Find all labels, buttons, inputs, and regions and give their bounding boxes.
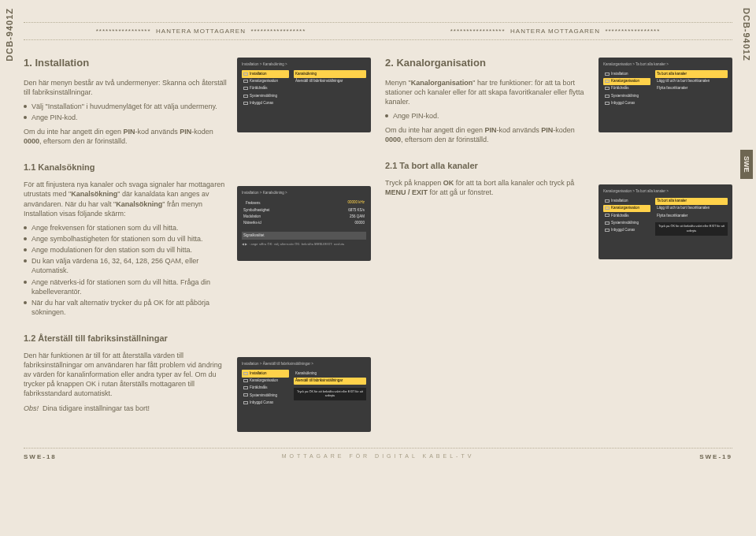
sub-1-1-intro: För att finjustera nya kanaler och svaga… [24, 180, 229, 218]
sub-1-2-text: Den här funktionen är till för att åters… [24, 351, 229, 399]
bullet: Ange PIN-kod. [385, 111, 591, 121]
tv-screenshot-install: Installation > Kanalsökning > Installati… [237, 58, 371, 132]
header-title-right: HANTERA MOTTAGAREN [510, 28, 600, 35]
header-decor: ***************** [605, 28, 660, 35]
page-left: SWE-18 [24, 453, 57, 460]
language-tab: SWE [740, 150, 753, 179]
header-title-left: HANTERA MOTTAGAREN [156, 28, 246, 35]
tv-screenshot-reset: Installation > Återställ till fabriksins… [237, 357, 371, 432]
left-column: 1. Installation Den här menyn består av … [24, 51, 371, 438]
tv-screenshot-deleteall: Kanalorganisation > Ta bort alla kanaler… [598, 184, 732, 259]
model-id-left: DCB-9401Z [5, 8, 14, 61]
bullet: Ange frekvensen för stationen som du vil… [24, 223, 229, 233]
bullet-sub: Du kan välja värdena 16, 32, 64, 128, 25… [24, 256, 229, 275]
bullet: Ange modulationen för den station som du… [24, 245, 229, 255]
header-decor: ***************** [450, 28, 506, 35]
tv-screenshot-search: Installation > Kanalsökning > Frekvens00… [237, 186, 371, 261]
bullet: Ange PIN-kod. [24, 113, 229, 122]
sub-1-2-obs: Obs! Dina tidigare inställningar tas bor… [24, 404, 229, 413]
bullet: Ange nätverks-id för stationen som du vi… [24, 277, 229, 296]
section-2-intro: Menyn "Kanalorganisation" har tre funkti… [385, 78, 591, 106]
bullet: Ange symbolhastigheten för stationen som… [24, 234, 229, 244]
footer: SWE-18 MOTTAGARE FÖR DIGITAL KABEL-TV SW… [24, 449, 732, 460]
bullet: När du har valt alternativ trycker du på… [24, 298, 229, 317]
section-1-intro: Den här menyn består av två undermenyer:… [24, 78, 229, 97]
section-2-title: 2. Kanalorganisation [385, 56, 591, 70]
sub-2-1-text: Tryck på knappen OK för att ta bort alla… [385, 178, 591, 197]
subsection-1-1-title: 1.1 Kanalsökning [24, 162, 371, 173]
page-right: SWE-19 [699, 453, 732, 460]
header-decor: ***************** [250, 28, 306, 35]
bullet: Välj "Installation" i huvudmenyläget för… [24, 102, 229, 111]
subsection-1-2-title: 1.2 Återställ till fabriksinställningar [24, 333, 371, 344]
tv-screenshot-channelorg: Kanalorganisation > Ta bort alla kanaler… [598, 58, 732, 132]
right-column: 2. Kanalorganisation Menyn "Kanalorganis… [385, 51, 732, 438]
footer-title: MOTTAGARE FÖR DIGITAL KABEL-TV [57, 453, 699, 460]
header-row: ***************** HANTERA MOTTAGAREN ***… [24, 23, 732, 39]
header-decor: ***************** [96, 28, 151, 35]
model-id-right: DCB-9401Z [742, 8, 751, 61]
section-1-title: 1. Installation [24, 56, 229, 70]
pin-note-right: Om du inte har angett din egen PIN-kod a… [385, 125, 591, 144]
subsection-2-1-title: 2.1 Ta bort alla kanaler [385, 160, 732, 172]
pin-note: Om du inte har angett din egen PIN-kod a… [24, 127, 229, 146]
